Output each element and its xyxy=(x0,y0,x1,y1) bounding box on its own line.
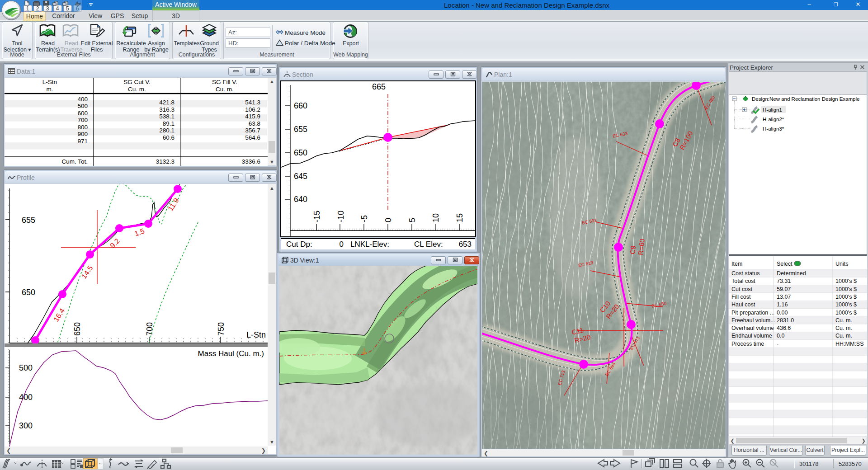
svg-text:Pit preparation ...: Pit preparation ... xyxy=(731,310,774,316)
svg-text:Design:New and Reclamation Des: Design:New and Reclamation Design Exampl… xyxy=(752,96,859,102)
svg-text:3336.6: 3336.6 xyxy=(242,158,260,165)
svg-text:106.2: 106.2 xyxy=(245,106,260,113)
svg-text:63.8: 63.8 xyxy=(249,120,260,127)
svg-text:538.1: 538.1 xyxy=(159,113,175,120)
svg-text:316.3: 316.3 xyxy=(159,106,175,113)
svg-text:Fill cost: Fill cost xyxy=(731,294,751,300)
svg-text:Mass Haul (Cu. m.): Mass Haul (Cu. m.) xyxy=(198,349,264,358)
svg-text:Cut cost: Cut cost xyxy=(731,286,752,292)
svg-text:1000's $: 1000's $ xyxy=(835,310,857,316)
svg-text:Process time: Process time xyxy=(731,341,764,347)
svg-text:650: 650 xyxy=(73,322,82,336)
svg-text:1000's $: 1000's $ xyxy=(835,294,857,300)
svg-text:655: 655 xyxy=(22,216,35,225)
svg-text:400: 400 xyxy=(77,96,88,103)
svg-text:Endhaul volume: Endhaul volume xyxy=(731,333,772,339)
svg-text:655: 655 xyxy=(294,125,307,134)
svg-text:H-align1: H-align1 xyxy=(763,107,782,113)
svg-text:0: 0 xyxy=(384,218,393,222)
svg-text:665: 665 xyxy=(372,82,386,91)
svg-text:0.00: 0.00 xyxy=(777,310,788,316)
svg-text:13.07: 13.07 xyxy=(777,294,791,300)
svg-text:59.07: 59.07 xyxy=(777,286,791,292)
svg-text:400: 400 xyxy=(19,393,33,402)
svg-text:660: 660 xyxy=(294,101,307,110)
svg-text:15: 15 xyxy=(455,213,464,222)
svg-text:-: - xyxy=(777,341,778,347)
svg-text:H-align2*: H-align2* xyxy=(763,117,784,122)
svg-text:Haul cost: Haul cost xyxy=(731,301,755,308)
svg-text:SG Cut V.: SG Cut V. xyxy=(123,79,151,85)
svg-text:5: 5 xyxy=(408,218,417,222)
svg-text:Overhaul volume: Overhaul volume xyxy=(731,325,774,331)
svg-text:Cost status: Cost status xyxy=(731,270,760,277)
svg-text:750: 750 xyxy=(217,322,226,336)
svg-text:500: 500 xyxy=(77,103,88,109)
svg-text:SG Fill V.: SG Fill V. xyxy=(212,79,237,85)
svg-text:421.8: 421.8 xyxy=(159,99,175,106)
svg-text:-5: -5 xyxy=(360,215,369,222)
svg-text:3132.3: 3132.3 xyxy=(156,158,175,165)
svg-text:Cu. m.: Cu. m. xyxy=(835,333,852,339)
svg-text:645: 645 xyxy=(294,172,307,181)
svg-text:700: 700 xyxy=(77,117,88,123)
svg-text:60.6: 60.6 xyxy=(163,134,175,141)
svg-text:1000's $: 1000's $ xyxy=(835,301,857,308)
svg-text:H-align3*: H-align3* xyxy=(763,126,784,132)
svg-text:900: 900 xyxy=(77,131,88,137)
svg-text:L-Stn: L-Stn xyxy=(42,79,57,85)
svg-text:L-Stn: L-Stn xyxy=(246,330,266,339)
svg-text:Cu. m.: Cu. m. xyxy=(835,325,852,331)
svg-text:89.1: 89.1 xyxy=(163,120,175,127)
svg-text:C9: C9 xyxy=(628,245,637,254)
svg-text:650: 650 xyxy=(22,288,35,297)
svg-text:Select: Select xyxy=(777,261,793,267)
svg-text:500: 500 xyxy=(19,363,33,372)
svg-text:600: 600 xyxy=(77,110,88,117)
svg-text:564.6: 564.6 xyxy=(245,134,260,141)
svg-text:280.1: 280.1 xyxy=(159,127,175,134)
svg-text:Cu. m.: Cu. m. xyxy=(216,86,234,93)
svg-text:10: 10 xyxy=(431,213,440,222)
svg-text:415.9: 415.9 xyxy=(245,113,260,120)
svg-text:1000's $: 1000's $ xyxy=(835,278,857,284)
svg-text:Total cost: Total cost xyxy=(731,278,755,284)
svg-text:73.31: 73.31 xyxy=(777,278,791,284)
svg-text:HH:MM:SS: HH:MM:SS xyxy=(835,341,864,347)
svg-text:Freehaul volum...: Freehaul volum... xyxy=(731,317,775,324)
svg-text:Units: Units xyxy=(835,261,848,267)
svg-text:Cu. m.: Cu. m. xyxy=(835,317,852,324)
svg-text:0.0: 0.0 xyxy=(777,333,784,339)
svg-text:2831.0: 2831.0 xyxy=(777,317,794,324)
svg-text:356.7: 356.7 xyxy=(245,127,260,134)
svg-text:-15: -15 xyxy=(312,211,321,222)
svg-text:Determined: Determined xyxy=(777,270,806,277)
svg-text:971: 971 xyxy=(77,138,88,145)
svg-text:1000's $: 1000's $ xyxy=(835,286,857,292)
svg-text:m.: m. xyxy=(47,86,53,93)
svg-text:1.16: 1.16 xyxy=(777,301,788,308)
svg-text:Item: Item xyxy=(731,261,742,267)
svg-text:640: 640 xyxy=(294,195,307,204)
svg-text:436.6: 436.6 xyxy=(777,325,791,331)
svg-text:800: 800 xyxy=(77,124,88,131)
svg-text:-10: -10 xyxy=(336,211,345,222)
svg-text:Cu. m.: Cu. m. xyxy=(128,86,146,93)
svg-text:Cum. Tot.: Cum. Tot. xyxy=(61,158,88,165)
svg-text:541.3: 541.3 xyxy=(245,99,260,106)
svg-text:300: 300 xyxy=(19,421,33,430)
svg-text:650: 650 xyxy=(294,148,307,157)
